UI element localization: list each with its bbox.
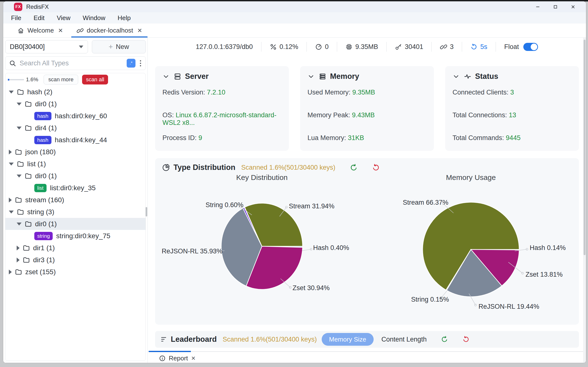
caret-right-icon[interactable] (17, 246, 20, 250)
search-input[interactable]: Search All Types .* (5, 56, 146, 70)
tree-folder-dir0[interactable]: dir0 (1) (5, 98, 146, 110)
tree-label: hash (2) (27, 88, 52, 96)
tree-folder-string[interactable]: string (3) (5, 206, 146, 218)
regex-toggle-button[interactable]: .* (127, 59, 135, 68)
caret-down-icon[interactable] (17, 103, 22, 106)
close-button[interactable] (567, 2, 579, 11)
card-row: Total Connections: 13 (453, 111, 516, 119)
close-icon[interactable]: ✕ (137, 27, 142, 34)
stat-chain: 3 (432, 43, 462, 51)
tree-key-hash:dir4:key_44[interactable]: hashhash:dir4:key_44 (5, 134, 146, 146)
search-icon (9, 59, 16, 67)
caret-right-icon[interactable] (9, 198, 12, 202)
menu-item-help[interactable]: Help (118, 14, 131, 22)
card-row: Process ID: 9 (162, 134, 202, 142)
stat-gauge: 0 (307, 43, 337, 51)
chevron-down-icon[interactable] (452, 72, 460, 81)
menu-item-edit[interactable]: Edit (34, 14, 45, 22)
new-connection-button[interactable]: + New (92, 40, 146, 53)
tree-folder-dir3[interactable]: dir3 (1) (5, 254, 146, 266)
tree-label: dir4 (1) (35, 124, 57, 132)
tree-key-list:dir0:key_35[interactable]: listlist:dir0:key_35 (5, 182, 146, 194)
caret-right-icon[interactable] (9, 270, 12, 274)
more-options-icon[interactable] (139, 60, 142, 66)
tab-welcome[interactable]: Welcome✕ (11, 24, 70, 37)
leaderboard-section: Leaderboard Scanned 1.6%(501/30400 keys)… (155, 331, 579, 348)
chip-icon (345, 43, 353, 50)
memory-size-button[interactable]: Memory Size (322, 333, 374, 346)
caret-right-icon[interactable] (9, 150, 12, 154)
folder-icon (15, 196, 22, 204)
pie-label-string: String 0.60% (206, 201, 244, 209)
stat-value: 3 (450, 43, 453, 51)
stat-refresh[interactable]: 5s (462, 43, 496, 51)
tree-label: dir0 (1) (35, 100, 57, 108)
folder-icon (17, 160, 24, 168)
caret-down-icon[interactable] (17, 175, 22, 178)
refresh-section-icon[interactable] (462, 336, 470, 343)
tab-report[interactable]: Report ✕ (159, 355, 196, 362)
scan-all-button[interactable]: scan all (82, 75, 108, 84)
scan-more-button[interactable]: scan more (44, 75, 78, 84)
tree-label: stream (160) (25, 196, 64, 204)
home-icon (17, 27, 24, 34)
stat-value: 5s (480, 43, 487, 51)
pie-label-string: String 0.15% (411, 296, 449, 303)
link-icon (77, 27, 84, 34)
tab-bar: Welcome✕docker-localhost✕ (3, 24, 586, 38)
card-row: Memory Peak: 9.43MB (307, 111, 375, 119)
minimize-button[interactable] (532, 2, 543, 11)
main-scrollbar[interactable] (583, 38, 586, 363)
tree-folder-hash[interactable]: hash (2) (5, 86, 146, 98)
tree-folder-dir1[interactable]: dir1 (1) (5, 242, 146, 254)
folder-icon (24, 220, 32, 228)
folder-icon (23, 256, 30, 264)
card-server: ServerRedis Version: 7.2.10OS: Linux 6.6… (155, 66, 289, 151)
tree-label: dir1 (1) (33, 244, 55, 252)
tab-docker-localhost[interactable]: docker-localhost✕ (70, 24, 149, 37)
main-panel: 127.0.0.1:6379/db00.12%09.35MB3040135sFl… (148, 38, 586, 363)
tree-folder-zset[interactable]: zset (155) (5, 266, 146, 278)
tree-folder-stream[interactable]: stream (160) (5, 194, 146, 206)
bottom-tabbar-divider (148, 351, 586, 352)
memory-icon (318, 72, 327, 81)
menu-item-file[interactable]: File (11, 14, 21, 22)
caret-down-icon[interactable] (9, 211, 14, 213)
sidebar: DB0[30400] + New Search All Types .* 1.6… (3, 38, 148, 363)
tree-label: zset (155) (25, 268, 56, 276)
tree-folder-json[interactable]: json (180) (5, 146, 146, 158)
app-logo: FX (14, 3, 22, 11)
caret-right-icon[interactable] (17, 258, 20, 262)
sidebar-scrollbar[interactable] (146, 207, 147, 216)
db-selector[interactable]: DB0[30400] (5, 40, 88, 53)
gauge-icon (315, 43, 322, 50)
chevron-down-icon[interactable] (307, 72, 315, 81)
caret-down-icon[interactable] (17, 223, 22, 225)
float-toggle[interactable] (523, 43, 538, 51)
app-window: FX RedisFX FileEditViewWindowHelp Welcom… (3, 1, 586, 363)
stat-value: 0.12% (280, 43, 298, 51)
close-icon[interactable]: ✕ (191, 355, 196, 362)
title-bar[interactable]: FX RedisFX (3, 1, 586, 12)
folder-icon (24, 100, 32, 108)
tree-key-hash:dir0:key_60[interactable]: hashhash:dir0:key_60 (5, 110, 146, 122)
menu-item-window[interactable]: Window (83, 14, 105, 22)
caret-down-icon[interactable] (9, 91, 14, 94)
maximize-button[interactable] (550, 2, 561, 11)
card-row: Lua Memory: 31KB (307, 134, 364, 142)
tree-label: list:dir0:key_35 (50, 184, 96, 192)
chevron-down-icon[interactable] (162, 72, 170, 81)
tree-folder-dir0[interactable]: dir0 (1) (5, 170, 146, 182)
content-length-button[interactable]: Content Length (381, 336, 427, 343)
tree-folder-list[interactable]: list (1) (5, 158, 146, 170)
undo-scan-icon[interactable] (441, 336, 448, 343)
tree-folder-dir0[interactable]: dir0 (1) (5, 218, 146, 230)
caret-down-icon[interactable] (17, 127, 22, 130)
tree-folder-dir4[interactable]: dir4 (1) (5, 122, 146, 134)
menu-item-view[interactable]: View (57, 14, 71, 22)
caret-down-icon[interactable] (9, 163, 14, 166)
tree-key-string:dir0:key_75[interactable]: stringstring:dir0:key_75 (5, 230, 146, 242)
close-icon[interactable]: ✕ (58, 27, 63, 34)
type-badge: string (34, 232, 53, 240)
chain-icon (440, 43, 447, 50)
